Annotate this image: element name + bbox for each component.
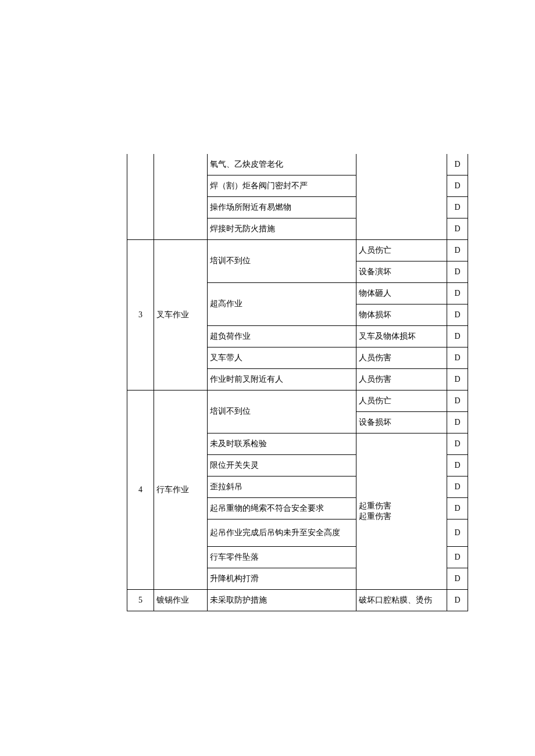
cell-hazard: 焊接时无防火措施 bbox=[208, 218, 356, 240]
cell-hazard: 超负荷作业 bbox=[208, 326, 356, 347]
cell-grade: D bbox=[447, 369, 468, 390]
cell-hazard: 操作场所附近有易燃物 bbox=[208, 197, 356, 218]
cell-hazard: 限位开关失灵 bbox=[208, 455, 356, 476]
cell-hazard: 未及时联系检验 bbox=[208, 433, 356, 455]
cell-consequence: 叉车及物体损坏 bbox=[356, 326, 447, 347]
cell-hazard: 培训不到位 bbox=[208, 240, 356, 283]
cell-hazard: 作业时前叉附近有人 bbox=[208, 369, 356, 390]
cell-hazard: 超高作业 bbox=[208, 283, 356, 326]
cell-consequence: 人员伤亡 bbox=[356, 240, 447, 261]
cell-consequence: 人员伤亡 bbox=[356, 390, 447, 412]
cell-num bbox=[127, 154, 154, 240]
cell-grade: D bbox=[447, 412, 468, 433]
cell-activity: 镀锡作业 bbox=[154, 590, 208, 611]
cell-grade: D bbox=[447, 519, 468, 547]
cell-grade: D bbox=[447, 455, 468, 476]
cell-consequence: 设备演坏 bbox=[356, 261, 447, 283]
cell-grade: D bbox=[447, 476, 468, 498]
cell-hazard: 起吊作业完成后吊钩未升至安全高度 bbox=[208, 519, 356, 547]
cell-grade: D bbox=[447, 240, 468, 261]
cell-hazard: 歪拉斜吊 bbox=[208, 476, 356, 498]
cell-consequence: 人员伤害 bbox=[356, 369, 447, 390]
cell-consequence: 人员伤害 bbox=[356, 347, 447, 369]
cell-grade: D bbox=[447, 154, 468, 175]
cell-hazard: 未采取防护措施 bbox=[208, 590, 356, 611]
cell-num: 5 bbox=[127, 590, 154, 611]
cell-grade: D bbox=[447, 347, 468, 369]
cell-grade: D bbox=[447, 326, 468, 347]
cell-activity: 叉车作业 bbox=[154, 240, 208, 390]
cell-consequence bbox=[356, 154, 447, 240]
cell-hazard: 升降机构打滑 bbox=[208, 568, 356, 590]
cell-consequence: 物体砸人 bbox=[356, 283, 447, 304]
cell-hazard: 叉车带人 bbox=[208, 347, 356, 369]
table-row: 3 叉车作业 培训不到位 人员伤亡 D bbox=[127, 240, 468, 261]
cell-grade: D bbox=[447, 283, 468, 304]
cell-num: 4 bbox=[127, 390, 154, 590]
cell-grade: D bbox=[447, 261, 468, 283]
cell-grade: D bbox=[447, 433, 468, 455]
table-row: 4 行车作业 培训不到位 人员伤亡 D bbox=[127, 390, 468, 412]
cell-grade: D bbox=[447, 590, 468, 611]
cell-grade: D bbox=[447, 547, 468, 568]
cell-activity: 行车作业 bbox=[154, 390, 208, 590]
cell-grade: D bbox=[447, 304, 468, 326]
cell-consequence: 破坏口腔粘膜、烫伤 bbox=[356, 590, 447, 611]
cell-grade: D bbox=[447, 175, 468, 197]
cell-activity bbox=[154, 154, 208, 240]
hazard-table: 氧气、乙炔皮管老化 D 焊（割）炬各阀门密封不严 D 操作场所附近有易燃物 D … bbox=[127, 154, 468, 611]
cell-consequence: 物体损坏 bbox=[356, 304, 447, 326]
cell-grade: D bbox=[447, 498, 468, 519]
cell-hazard: 焊（割）炬各阀门密封不严 bbox=[208, 175, 356, 197]
cell-grade: D bbox=[447, 390, 468, 412]
cell-consequence: 设备损坏 bbox=[356, 412, 447, 433]
cell-hazard: 起吊重物的绳索不符合安全要求 bbox=[208, 498, 356, 519]
cell-grade: D bbox=[447, 218, 468, 240]
cell-hazard: 培训不到位 bbox=[208, 390, 356, 433]
table-row: 5 镀锡作业 未采取防护措施 破坏口腔粘膜、烫伤 D bbox=[127, 590, 468, 611]
cell-num: 3 bbox=[127, 240, 154, 390]
hazard-table-wrap: 氧气、乙炔皮管老化 D 焊（割）炬各阀门密封不严 D 操作场所附近有易燃物 D … bbox=[127, 154, 468, 611]
cell-grade: D bbox=[447, 197, 468, 218]
cell-consequence: 起重伤害 起重伤害 bbox=[356, 433, 447, 590]
cell-hazard: 行车零件坠落 bbox=[208, 547, 356, 568]
cell-grade: D bbox=[447, 568, 468, 590]
table-row: 氧气、乙炔皮管老化 D bbox=[127, 154, 468, 175]
cell-hazard: 氧气、乙炔皮管老化 bbox=[208, 154, 356, 175]
